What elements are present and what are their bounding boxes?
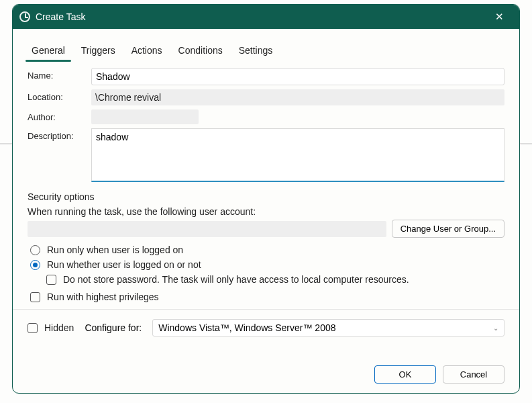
radio-icon	[30, 245, 40, 255]
radio-label: Run whether user is logged on or not	[47, 259, 201, 270]
configure-for-select[interactable]: Windows Vista™, Windows Server™ 2008 ⌄	[152, 319, 504, 337]
name-input[interactable]	[91, 68, 504, 85]
radio-label: Run only when user is logged on	[47, 244, 183, 255]
checkbox-icon	[46, 275, 56, 285]
checkbox-label: Hidden	[44, 322, 74, 333]
description-label: Description:	[28, 128, 91, 141]
create-task-window: Create Task ✕ General Triggers Actions C…	[12, 4, 520, 394]
checkbox-hidden[interactable]: Hidden	[28, 322, 74, 333]
tab-strip: General Triggers Actions Conditions Sett…	[13, 29, 519, 61]
dialog-footer: OK Cancel	[374, 365, 504, 384]
configure-for-label: Configure for:	[85, 322, 142, 333]
close-icon: ✕	[495, 11, 504, 23]
tab-general[interactable]: General	[23, 41, 73, 61]
checkbox-label: Run with highest privileges	[47, 292, 159, 302]
select-value: Windows Vista™, Windows Server™ 2008	[158, 322, 335, 333]
security-heading: Security options	[28, 191, 504, 202]
clock-icon	[19, 11, 30, 22]
general-panel: Name: Location: \Chrome revival Author: …	[13, 61, 519, 337]
close-button[interactable]: ✕	[486, 7, 513, 26]
checkbox-do-not-store-password[interactable]: Do not store password. The task will onl…	[46, 274, 504, 285]
user-account-value	[28, 221, 386, 237]
window-title: Create Task	[36, 11, 486, 22]
divider	[13, 309, 519, 310]
security-prompt: When running the task, use the following…	[28, 206, 504, 217]
author-label: Author:	[28, 109, 91, 122]
radio-icon	[30, 260, 40, 270]
radio-run-whether-logged-on[interactable]: Run whether user is logged on or not	[30, 259, 504, 270]
location-label: Location:	[28, 89, 91, 102]
titlebar: Create Task ✕	[13, 5, 519, 29]
tab-actions[interactable]: Actions	[123, 41, 170, 61]
location-value: \Chrome revival	[91, 89, 504, 105]
tab-triggers[interactable]: Triggers	[73, 41, 123, 61]
name-label: Name:	[28, 68, 91, 81]
cancel-button[interactable]: Cancel	[443, 365, 504, 384]
description-input[interactable]	[91, 128, 504, 182]
radio-run-only-logged-on[interactable]: Run only when user is logged on	[30, 244, 504, 255]
tab-settings[interactable]: Settings	[231, 41, 281, 61]
checkbox-icon	[28, 323, 38, 333]
author-value	[91, 109, 199, 124]
chevron-down-icon: ⌄	[493, 324, 498, 332]
tab-conditions[interactable]: Conditions	[170, 41, 231, 61]
checkbox-icon	[30, 292, 40, 302]
ok-button[interactable]: OK	[374, 365, 436, 384]
checkbox-highest-privileges[interactable]: Run with highest privileges	[30, 292, 504, 302]
checkbox-label: Do not store password. The task will onl…	[63, 274, 409, 285]
change-user-button[interactable]: Change User or Group...	[392, 220, 504, 238]
